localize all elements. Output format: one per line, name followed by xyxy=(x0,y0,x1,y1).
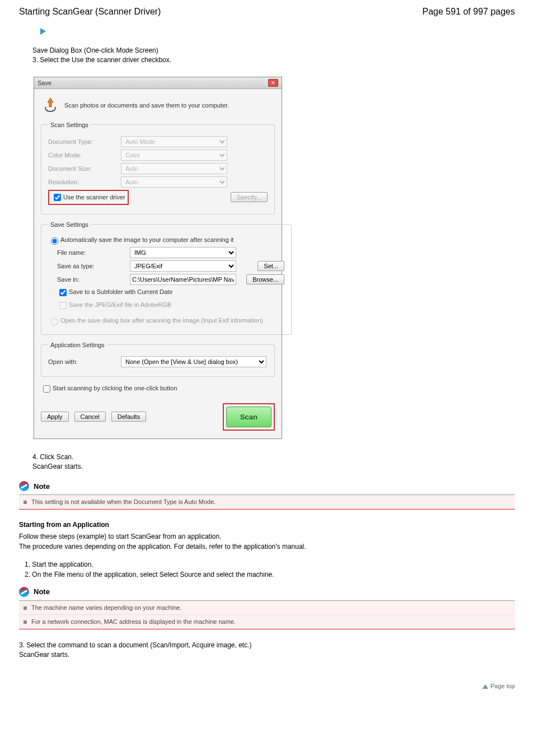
page-top-icon xyxy=(483,684,488,689)
document-type-select: Auto Mode xyxy=(121,136,227,147)
file-name-select[interactable]: IMG xyxy=(130,247,236,258)
scan-button-highlight: Scan xyxy=(223,403,275,431)
set-button[interactable]: Set... xyxy=(257,261,284,271)
bullet-icon xyxy=(24,501,27,504)
document-size-select: Auto xyxy=(121,163,227,174)
intro-text: Save Dialog Box (One-click Mode Screen) … xyxy=(32,46,515,66)
file-name-label: File name: xyxy=(57,249,130,256)
scan-settings-legend: Scan Settings xyxy=(48,122,91,128)
save-dialog: Save ✕ Scan photos or documents and save… xyxy=(34,77,282,439)
use-scanner-driver-highlight: Use the scanner driver xyxy=(48,190,129,205)
from-app-step2: 2. On the File menu of the application, … xyxy=(25,571,515,578)
note-1-text: This setting is not available when the D… xyxy=(31,498,216,505)
color-mode-label: Color Mode: xyxy=(48,152,121,158)
from-app-heading: Starting from an Application xyxy=(19,521,515,529)
link-arrow-icon xyxy=(40,28,46,35)
scan-settings-group: Scan Settings Document Type: Auto Mode C… xyxy=(41,122,275,214)
specify-button: Specify... xyxy=(231,192,268,202)
save-settings-group: Save Settings Automatically save the ima… xyxy=(41,221,292,335)
document-size-label: Document Size: xyxy=(48,165,121,172)
application-settings-legend: Application Settings xyxy=(48,342,107,348)
adobergb-checkbox xyxy=(59,302,67,309)
scan-button[interactable]: Scan xyxy=(226,407,271,427)
save-in-label: Save in: xyxy=(57,276,130,283)
auto-save-radio[interactable] xyxy=(51,237,58,245)
one-click-label: Start scanning by clicking the one-click… xyxy=(53,385,177,391)
save-settings-legend: Save Settings xyxy=(48,221,91,228)
from-app-step1: 1. Start the application. xyxy=(25,561,515,568)
document-type-label: Document Type: xyxy=(48,138,121,145)
open-with-label: Open with: xyxy=(48,358,121,365)
page-top-link[interactable]: Page top xyxy=(490,683,515,689)
dialog-title: Save xyxy=(38,80,51,86)
application-settings-group: Application Settings Open with: None (Op… xyxy=(41,342,275,377)
resolution-select: Auto xyxy=(121,176,227,188)
close-icon[interactable]: ✕ xyxy=(268,79,278,87)
defaults-button[interactable]: Defaults xyxy=(111,412,146,422)
after-dialog-text: 4. Click Scan. ScanGear starts. xyxy=(32,452,515,472)
save-as-type-select[interactable]: JPEG/Exif xyxy=(130,260,236,272)
page-title: Starting ScanGear (Scanner Driver) xyxy=(19,7,161,17)
adobergb-label: Save the JPEG/Exif file in AdobeRGB xyxy=(69,301,171,308)
use-scanner-driver-label: Use the scanner driver xyxy=(63,194,125,200)
bullet-icon xyxy=(24,606,27,610)
save-icon xyxy=(42,97,59,114)
note-2b-text: For a network connection, MAC address is… xyxy=(31,618,236,625)
subfolder-checkbox[interactable] xyxy=(59,289,67,296)
note-box-2: The machine name varies depending on you… xyxy=(19,600,515,629)
save-in-field[interactable] xyxy=(130,274,236,285)
bullet-icon xyxy=(24,620,27,624)
open-dialog-label: Open the save dialog box after scanning … xyxy=(60,317,263,324)
open-dialog-radio xyxy=(51,318,58,325)
from-app-step3: 3. Select the command to scan a document… xyxy=(19,641,515,660)
subfolder-label: Save to a Subfolder with Current Date xyxy=(69,288,172,295)
note-icon xyxy=(19,587,29,597)
auto-save-label: Automatically save the image to your com… xyxy=(60,236,233,243)
color-mode-select: Color xyxy=(121,150,227,161)
page-number: Page 591 of 997 pages xyxy=(423,7,515,17)
note-label-2: Note xyxy=(34,587,50,596)
note-label: Note xyxy=(34,482,50,491)
browse-button[interactable]: Browse... xyxy=(246,274,284,284)
save-as-type-label: Save as type: xyxy=(57,263,130,269)
cancel-button[interactable]: Cancel xyxy=(74,412,106,422)
note-icon xyxy=(19,481,29,491)
one-click-checkbox[interactable] xyxy=(43,385,50,393)
note-2a-text: The machine name varies depending on you… xyxy=(31,604,181,611)
use-scanner-driver-checkbox[interactable] xyxy=(54,194,61,201)
note-box-1: This setting is not available when the D… xyxy=(19,494,515,510)
apply-button[interactable]: Apply xyxy=(41,412,69,422)
resolution-label: Resolution: xyxy=(48,179,121,185)
open-with-select[interactable]: None (Open the [View & Use] dialog box) xyxy=(121,356,266,367)
from-app-para1: Follow these steps (example) to start Sc… xyxy=(19,532,515,552)
dialog-banner: Scan photos or documents and save them t… xyxy=(64,102,229,109)
